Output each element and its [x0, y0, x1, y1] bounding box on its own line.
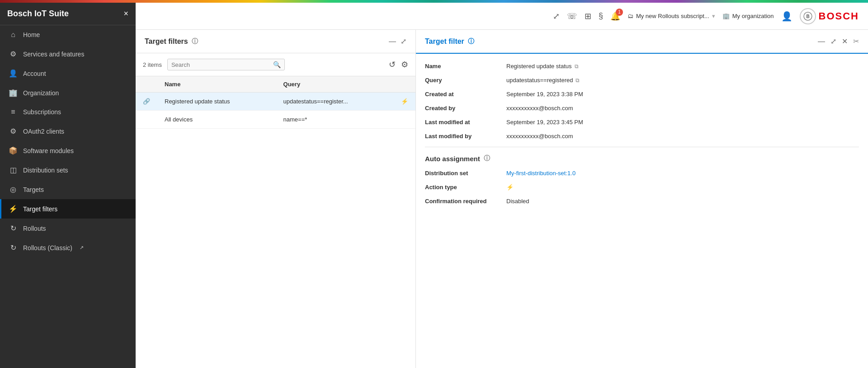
org-icon: 🏢 [722, 13, 730, 19]
sidebar-close-button[interactable]: × [123, 9, 128, 19]
maximize-icon[interactable]: ⤢ [401, 37, 406, 46]
detail-header: Target filter ⓘ — ⤢ ✕ ✂ [416, 30, 868, 54]
row-link-icon [136, 111, 157, 129]
detail-info-icon[interactable]: ⓘ [468, 37, 474, 46]
nav-icon-subscriptions: ≡ [9, 108, 18, 116]
sidebar-item-oauth2-clients[interactable]: ⚙ OAuth2 clients [0, 121, 136, 141]
detail-minimize-icon[interactable]: — [818, 37, 825, 46]
nav-icon-distribution-sets: ◫ [9, 166, 18, 174]
target-filters-panel-actions: — ⤢ [389, 37, 406, 46]
minimize-icon[interactable]: — [389, 37, 396, 46]
sidebar-item-subscriptions[interactable]: ≡ Subscriptions [0, 102, 136, 121]
nav-icon-software-modules: 📦 [9, 146, 18, 155]
row-query: updatestatus==register... [276, 93, 394, 111]
col-action [394, 76, 415, 93]
nav-label-rollouts-classic: Rollouts (Classic) [23, 244, 72, 252]
external-link-icon: ↗ [80, 245, 84, 251]
bosch-text: BOSCH [819, 10, 859, 22]
refresh-icon[interactable]: ↺ [389, 60, 396, 70]
bell-icon[interactable]: 🔔 1 [610, 11, 620, 21]
detail-panel: Target filter ⓘ — ⤢ ✕ ✂ Name Registere [416, 30, 868, 368]
organization-selector[interactable]: 🏢 My organization [722, 13, 774, 19]
phone-icon[interactable]: ☏ [567, 11, 577, 21]
detail-maximize-icon[interactable]: ⤢ [830, 37, 836, 46]
sidebar-item-home[interactable]: ⌂ Home [0, 25, 136, 44]
detail-close-icon[interactable]: ✕ [842, 37, 848, 46]
nav-icon-account: 👤 [9, 69, 18, 78]
table-row[interactable]: All devices name==* [136, 111, 415, 129]
settings-icon[interactable]: ⚙ [401, 60, 408, 70]
book-icon[interactable]: ⊞ [585, 11, 591, 21]
content-area: Target filters ⓘ — ⤢ 2 items 🔍 [136, 30, 868, 368]
nav-label-rollouts: Rollouts [23, 225, 46, 232]
query-copy-icon[interactable]: ⧉ [576, 77, 580, 84]
detail-row-name: Name Registered update status ⧉ [425, 63, 859, 70]
scissors-icon[interactable]: ✂ [853, 37, 859, 46]
filters-table: Name Query 🔗 Registered update status up… [136, 76, 415, 129]
paragraph-icon[interactable]: § [599, 11, 603, 21]
sidebar-item-services-and-features[interactable]: ⚙ Services and features [0, 44, 136, 64]
nav-label-oauth2-clients: OAuth2 clients [23, 128, 64, 135]
auto-assignment-info-icon[interactable]: ⓘ [484, 154, 490, 163]
sidebar-item-targets[interactable]: ◎ Targets [0, 180, 136, 199]
sidebar-item-organization[interactable]: 🏢 Organization [0, 83, 136, 102]
row-query: name==* [276, 111, 394, 129]
nav-label-targets: Targets [23, 186, 44, 193]
nav-label-home: Home [23, 31, 40, 38]
detail-actions: — ⤢ ✕ ✂ [818, 37, 859, 46]
nav-label-subscriptions: Subscriptions [23, 108, 61, 116]
detail-title: Target filter ⓘ [425, 37, 474, 46]
name-copy-icon[interactable]: ⧉ [575, 63, 579, 70]
query-label: Query [425, 77, 506, 84]
confirmation-required-value: Disabled [506, 198, 859, 205]
detail-row-action-type: Action type ⚡ [425, 184, 859, 191]
last-modified-by-value: xxxxxxxxxxx@bosch.com [506, 133, 859, 140]
detail-row-query: Query updatestatus==registered ⧉ [425, 77, 859, 84]
detail-row-created-by: Created by xxxxxxxxxxx@bosch.com [425, 105, 859, 112]
bosch-logo-circle: B [800, 8, 816, 24]
col-query: Query [276, 76, 394, 93]
target-filters-info-icon[interactable]: ⓘ [192, 37, 198, 46]
detail-row-last-modified-by: Last modified by xxxxxxxxxxx@bosch.com [425, 133, 859, 140]
notification-badge: 1 [616, 9, 623, 16]
svg-text:B: B [806, 14, 809, 19]
share-icon[interactable]: ⤢ [553, 11, 560, 21]
nav-icon-targets: ◎ [9, 185, 18, 194]
toolbar-icons: ↺ ⚙ [389, 60, 408, 70]
table-header-row: Name Query [136, 76, 415, 93]
org-label: My organization [732, 13, 774, 19]
subscription-selector[interactable]: 🗂 My new Rollouts subscript... ▾ [627, 13, 715, 19]
search-input[interactable] [171, 61, 273, 68]
search-input-wrapper[interactable]: 🔍 [167, 59, 285, 70]
table-row[interactable]: 🔗 Registered update status updatestatus=… [136, 93, 415, 111]
row-action-icon [394, 111, 415, 129]
sidebar-item-distribution-sets[interactable]: ◫ Distribution sets [0, 160, 136, 180]
sidebar-item-account[interactable]: 👤 Account [0, 64, 136, 83]
detail-row-confirmation: Confirmation required Disabled [425, 198, 859, 205]
items-count: 2 items [143, 61, 162, 68]
sidebar-item-target-filters[interactable]: ⚡ Target filters [0, 199, 136, 219]
sidebar-item-software-modules[interactable]: 📦 Software modules [0, 141, 136, 160]
sidebar-item-rollouts[interactable]: ↻ Rollouts [0, 219, 136, 238]
sidebar: Bosch IoT Suite × ⌂ Home ⚙ Services and … [0, 3, 136, 368]
nav-icon-home: ⌂ [9, 31, 18, 39]
target-filters-title: Target filters ⓘ [145, 37, 198, 46]
section-divider [425, 147, 859, 147]
distribution-set-label: Distribution set [425, 170, 506, 177]
detail-content: Name Registered update status ⧉ Query up… [416, 54, 868, 221]
name-value: Registered update status ⧉ [506, 63, 859, 70]
sidebar-item-rollouts-classic[interactable]: ↻ Rollouts (Classic) ↗ [0, 238, 136, 257]
nav-label-account: Account [23, 70, 46, 77]
app-title: Bosch IoT Suite [7, 9, 69, 19]
top-header: ⤢ ☏ ⊞ § 🔔 1 🗂 My new Rollouts subscript.… [136, 3, 868, 30]
nav-icon-oauth2-clients: ⚙ [9, 127, 18, 135]
folder-icon: 🗂 [627, 13, 633, 19]
created-by-label: Created by [425, 105, 506, 112]
distribution-set-value[interactable]: My-first-distribution-set:1.0 [506, 170, 859, 177]
user-icon[interactable]: 👤 [781, 11, 793, 22]
action-type-value: ⚡ [506, 184, 859, 191]
nav-icon-rollouts: ↻ [9, 224, 18, 233]
query-value: updatestatus==registered ⧉ [506, 77, 859, 84]
nav-label-distribution-sets: Distribution sets [23, 167, 68, 174]
nav-icon-organization: 🏢 [9, 89, 18, 97]
